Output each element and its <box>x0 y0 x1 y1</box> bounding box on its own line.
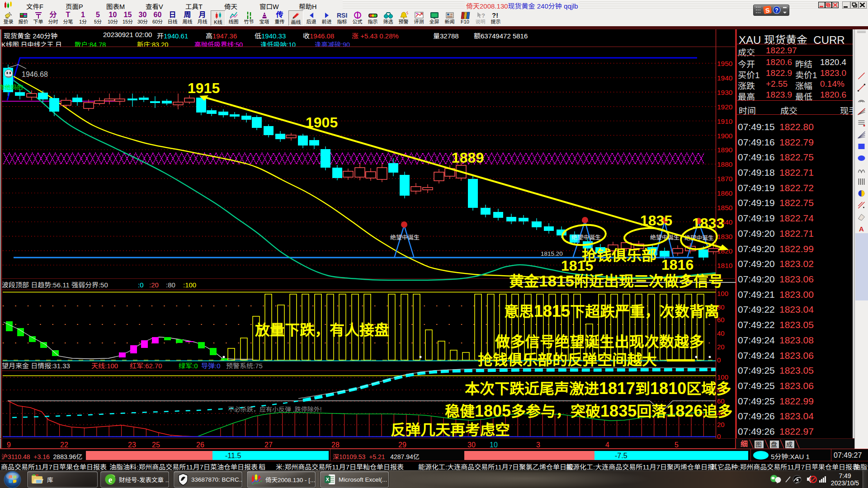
svg-text:30: 30 <box>467 441 476 449</box>
svg-text:A: A <box>859 225 864 233</box>
svg-text:1905: 1905 <box>306 114 338 131</box>
svg-text:0: 0 <box>717 432 721 440</box>
svg-text:成: 成 <box>786 441 793 448</box>
svg-text:1910: 1910 <box>717 117 733 125</box>
svg-text:?: ? <box>481 12 485 19</box>
svg-text:1860: 1860 <box>717 189 733 197</box>
svg-text:100: 100 <box>717 290 728 297</box>
svg-text:1950: 1950 <box>717 60 733 67</box>
svg-text:稳健1805多参与，突破1835回落1826追多: 稳健1805多参与，突破1835回落1826追多 <box>445 402 732 420</box>
svg-text:X: X <box>326 477 330 482</box>
svg-text:5: 5 <box>675 441 679 449</box>
svg-text:1940: 1940 <box>717 74 733 82</box>
svg-text:1930: 1930 <box>717 89 733 96</box>
svg-text:绝望中诞生: 绝望中诞生 <box>571 234 601 241</box>
svg-text:不必杀跌，应有小反弹 ,跌停除外!: 不必杀跌，应有小反弹 ,跌停除外! <box>228 406 322 413</box>
svg-text:29: 29 <box>398 441 406 449</box>
svg-text:1880: 1880 <box>717 160 733 168</box>
svg-text:22: 22 <box>60 441 68 449</box>
svg-text:100: 100 <box>717 373 728 381</box>
svg-text:?: ? <box>775 7 778 14</box>
svg-text:1815.20: 1815.20 <box>541 250 563 257</box>
svg-text:你他妈的: 你他妈的 <box>0 84 23 91</box>
svg-text:绝望中诞生: 绝望中诞生 <box>390 234 420 241</box>
svg-text::100: :100 <box>183 281 196 289</box>
svg-text:1830: 1830 <box>717 233 733 240</box>
svg-text:1915: 1915 <box>188 80 220 96</box>
svg-text:e: e <box>108 475 112 484</box>
svg-text:黄金1815附近出现三次做多信号: 黄金1815附近出现三次做多信号 <box>509 272 723 290</box>
svg-text:1946.68: 1946.68 <box>22 70 48 78</box>
svg-text:28: 28 <box>331 441 340 449</box>
svg-text:RSI: RSI <box>337 12 347 19</box>
svg-text:天线:100: 天线:100 <box>91 362 118 370</box>
svg-text::0: :0 <box>138 281 144 289</box>
svg-text:图: 图 <box>755 441 762 448</box>
svg-text:抢钱俱乐部: 抢钱俱乐部 <box>582 247 656 264</box>
svg-text:23: 23 <box>128 441 136 449</box>
svg-text:望月来金 日情报:31.33: 望月来金 日情报:31.33 <box>2 362 70 370</box>
svg-text:9: 9 <box>7 441 11 449</box>
svg-text:1890: 1890 <box>717 146 733 154</box>
svg-text:20: 20 <box>717 421 725 428</box>
svg-text:导弹:0: 导弹:0 <box>201 362 221 370</box>
svg-text:本次下跌近尾声激进1817到1810区域多: 本次下跌近尾声激进1817到1810区域多 <box>465 379 731 398</box>
svg-text:红军:62.70: 红军:62.70 <box>130 362 162 370</box>
svg-text:绿军:0: 绿军:0 <box>179 362 198 370</box>
svg-text:40: 40 <box>717 329 725 337</box>
svg-text:放量下跌，有人接盘: 放量下跌，有人接盘 <box>255 322 389 338</box>
svg-text:3: 3 <box>536 441 540 449</box>
svg-text:1900: 1900 <box>717 132 733 140</box>
svg-text:预警系统:75: 预警系统:75 <box>226 362 263 370</box>
svg-text:盘: 盘 <box>771 441 777 448</box>
svg-text:?!: ?! <box>492 11 498 19</box>
svg-text:20: 20 <box>717 343 725 351</box>
svg-text:抢钱俱乐部的反弹空间越大: 抢钱俱乐部的反弹空间越大 <box>478 352 657 368</box>
svg-text::80: :80 <box>166 281 175 289</box>
svg-text:1810: 1810 <box>717 262 733 269</box>
svg-text:做多信号绝望诞生出现次数越多: 做多信号绝望诞生出现次数越多 <box>495 333 704 350</box>
svg-text:1870: 1870 <box>717 175 733 183</box>
svg-text:4: 4 <box>605 441 609 449</box>
svg-text:26: 26 <box>196 441 204 449</box>
svg-text:1833: 1833 <box>692 215 724 231</box>
svg-text:1889: 1889 <box>452 150 484 166</box>
svg-text:细: 细 <box>741 440 748 448</box>
svg-text:1920: 1920 <box>717 103 733 111</box>
svg-text:意思1815下超跌严重，次数背离: 意思1815下超跌严重，次数背离 <box>504 302 719 320</box>
svg-text:10: 10 <box>490 441 498 449</box>
svg-text:25: 25 <box>152 441 160 449</box>
svg-text:27: 27 <box>264 441 273 449</box>
svg-text:1816: 1816 <box>661 257 693 273</box>
svg-text:1850: 1850 <box>717 204 733 211</box>
svg-text:反弹几天再考虑空: 反弹几天再考虑空 <box>391 422 510 438</box>
svg-text:波段顶部 日趋势:56.11 强弱分界:50: 波段顶部 日趋势:56.11 强弱分界:50 <box>2 281 108 289</box>
svg-text:1835: 1835 <box>640 212 672 229</box>
svg-text:0: 0 <box>717 356 721 364</box>
svg-text::20: :20 <box>149 281 159 289</box>
